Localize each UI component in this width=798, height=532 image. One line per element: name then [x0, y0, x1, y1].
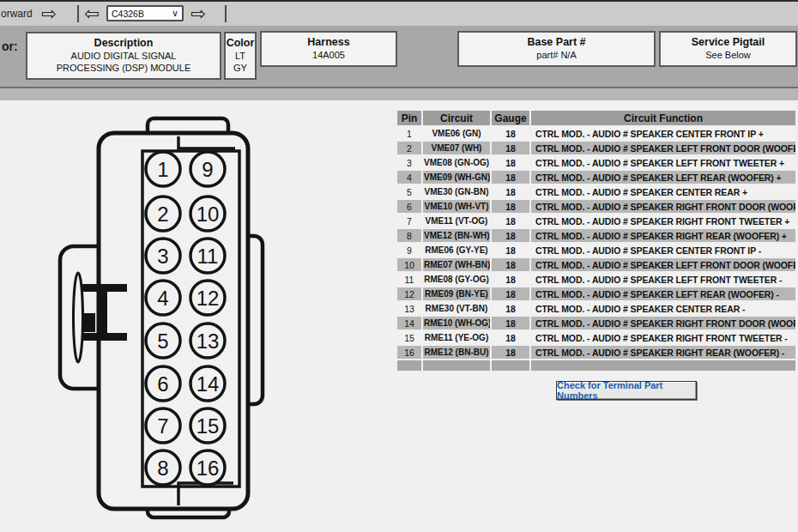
pin-15-number: 15	[196, 414, 220, 438]
function-cell: CTRL MOD. - AUDIO # SPEAKER RIGHT REAR (…	[531, 346, 795, 359]
circuit-cell: RME10 (WH-OG)	[423, 317, 490, 329]
pin-cell: 13	[397, 302, 421, 315]
connector-selector[interactable]: C4326B ∨	[106, 5, 184, 21]
circuit-cell: VME30 (GN-BN)	[423, 185, 490, 198]
forward-arrow-icon[interactable]: ⇨	[41, 2, 57, 26]
gauge-cell: 18	[492, 346, 529, 359]
pin-11-number: 11	[197, 245, 219, 268]
latch-post	[100, 287, 107, 338]
gauge-cell: 18	[492, 287, 529, 300]
pin-cell: 15	[397, 331, 421, 344]
function-cell: CTRL MOD. - AUDIO # SPEAKER CENTER FRONT…	[531, 244, 795, 257]
harness-value: 14A005	[312, 50, 345, 62]
function-cell: CTRL MOD. - AUDIO # SPEAKER RIGHT FRONT …	[531, 317, 795, 329]
gauge-cell: 18	[492, 185, 529, 198]
function-cell: CTRL MOD. - AUDIO # SPEAKER RIGHT FRONT …	[531, 215, 795, 227]
connector-label: or:	[2, 39, 18, 53]
circuit-cell: RME09 (BN-YE)	[423, 287, 490, 300]
col-header-gauge: Gauge	[492, 111, 529, 125]
gauge-cell: 18	[492, 229, 529, 242]
function-cell: CTRL MOD. - AUDIO # SPEAKER LEFT REAR (W…	[531, 287, 795, 300]
pin-cell: 3	[397, 156, 421, 169]
pin-cell: 4	[397, 171, 421, 184]
gauge-cell: 18	[492, 171, 529, 184]
gauge-cell: 18	[492, 244, 529, 257]
circuit-cell: VME11 (VT-OG)	[423, 215, 490, 227]
circuit-cell: RME06 (GY-YE)	[423, 244, 490, 257]
function-cell: CTRL MOD. - AUDIO # SPEAKER CENTER REAR …	[531, 302, 795, 315]
function-cell: CTRL MOD. - AUDIO # SPEAKER LEFT FRONT D…	[531, 142, 795, 154]
circuit-cell: VME09 (WH-GN)	[423, 171, 490, 184]
color-cell: Color LT GY	[224, 32, 257, 80]
pin-cell: 6	[397, 200, 421, 213]
connector-face-diagram: 12345678910111213141516	[50, 116, 292, 521]
harness-title: Harness	[307, 36, 349, 50]
pin-13-number: 13	[196, 329, 220, 353]
gauge-cell: 18	[492, 215, 529, 227]
back-arrow-icon[interactable]: ⇦	[84, 2, 100, 26]
circuit-cell: VME12 (BN-WH)	[423, 229, 490, 242]
color-line2: GY	[233, 63, 247, 75]
dropdown-chevron-icon: ∨	[172, 8, 178, 19]
table-row: 13RME30 (VT-BN)18CTRL MOD. - AUDIO # SPE…	[397, 302, 795, 315]
pin-1-number: 1	[157, 158, 168, 181]
table-row: 6VME10 (WH-VT)18CTRL MOD. - AUDIO # SPEA…	[397, 200, 795, 213]
pin-cell: 2	[397, 142, 421, 154]
gauge-cell: 18	[492, 200, 529, 213]
base-part-value: part# N/A	[536, 50, 576, 62]
table-row: 15RME11 (YE-OG)18CTRL MOD. - AUDIO # SPE…	[397, 331, 795, 344]
col-header-circuit: Circuit	[423, 111, 490, 125]
navigation-toolbar: orward ⇨ ⇦ C4326B ∨ ⇨	[0, 2, 798, 27]
table-row: 5VME30 (GN-BN)18CTRL MOD. - AUDIO # SPEA…	[397, 185, 795, 198]
pin-4-number: 4	[157, 287, 168, 310]
next-arrow-icon[interactable]: ⇨	[190, 2, 206, 26]
pin-cell: 8	[397, 229, 421, 242]
pin-2-number: 2	[157, 203, 168, 226]
function-cell: CTRL MOD. - AUDIO # SPEAKER RIGHT FRONT …	[531, 200, 795, 213]
circuit-cell: RME08 (GY-OG)	[423, 273, 490, 286]
pin-cell: 14	[397, 317, 421, 329]
pin-cell: 9	[397, 244, 421, 257]
gauge-cell: 18	[492, 302, 529, 315]
pin-cell: 11	[397, 273, 421, 286]
function-cell: CTRL MOD. - AUDIO # SPEAKER RIGHT REAR (…	[531, 229, 795, 242]
pin-7-number: 7	[157, 414, 168, 438]
latch-slot	[74, 273, 83, 362]
table-row: 7VME11 (VT-OG)18CTRL MOD. - AUDIO # SPEA…	[397, 215, 795, 227]
pin-circuit-table: Pin Circuit Gauge Circuit Function 1VME0…	[396, 109, 797, 372]
harness-cell: Harness 14A005	[260, 31, 397, 67]
pin-9-number: 9	[202, 158, 213, 181]
table-row: 4VME09 (WH-GN)18CTRL MOD. - AUDIO # SPEA…	[397, 171, 795, 184]
base-part-cell: Base Part # part# N/A	[457, 31, 656, 67]
description-line1: AUDIO DIGITAL SIGNAL	[71, 51, 177, 63]
table-row: 3VME08 (GN-OG)18CTRL MOD. - AUDIO # SPEA…	[397, 156, 795, 169]
table-row: 2VME07 (WH)18CTRL MOD. - AUDIO # SPEAKER…	[397, 142, 795, 154]
check-terminal-part-numbers-button[interactable]: Check for Terminal Part Numbers	[556, 381, 697, 400]
table-row: 11RME08 (GY-OG)18CTRL MOD. - AUDIO # SPE…	[397, 273, 795, 286]
table-row: 14RME10 (WH-OG)18CTRL MOD. - AUDIO # SPE…	[397, 317, 795, 329]
table-row: 8VME12 (BN-WH)18CTRL MOD. - AUDIO # SPEA…	[397, 229, 795, 242]
col-header-function: Circuit Function	[531, 111, 795, 125]
service-pigtail-value: See Below	[705, 50, 751, 62]
pin-12-number: 12	[196, 287, 220, 310]
description-title: Description	[94, 37, 154, 51]
table-row: 12RME09 (BN-YE)18CTRL MOD. - AUDIO # SPE…	[397, 287, 795, 300]
pin-6-number: 6	[157, 372, 168, 396]
pin-cell: 5	[397, 185, 421, 198]
empty-footer-row	[397, 360, 795, 371]
gauge-cell: 18	[492, 317, 529, 329]
pin-cell: 10	[397, 258, 421, 271]
pin-cell: 7	[397, 215, 421, 227]
service-pigtail-cell: Service Pigtail See Below	[659, 31, 797, 67]
toolbar-separator	[225, 5, 227, 22]
pin-14-number: 14	[196, 372, 220, 396]
circuit-cell: VME08 (GN-OG)	[423, 156, 490, 169]
table-row: 10RME07 (WH-BN)18CTRL MOD. - AUDIO # SPE…	[397, 258, 795, 271]
gauge-cell: 18	[492, 258, 529, 271]
forward-label: orward	[1, 8, 33, 20]
function-cell: CTRL MOD. - AUDIO # SPEAKER LEFT FRONT T…	[531, 156, 795, 169]
pin-16-number: 16	[196, 456, 220, 480]
function-cell: CTRL MOD. - AUDIO # SPEAKER RIGHT FRONT …	[531, 331, 795, 344]
function-cell: CTRL MOD. - AUDIO # SPEAKER CENTER REAR …	[531, 185, 795, 198]
pin-8-number: 8	[157, 456, 168, 480]
